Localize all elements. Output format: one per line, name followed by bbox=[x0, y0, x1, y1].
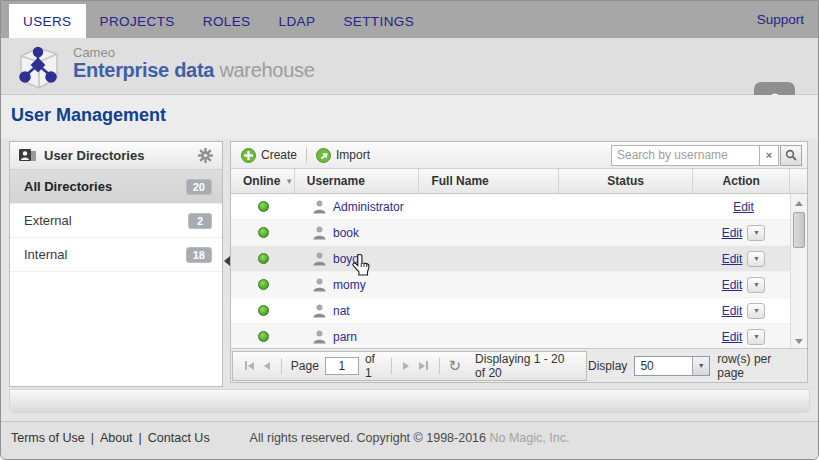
gear-icon[interactable] bbox=[198, 148, 213, 163]
content-bottom-strip bbox=[9, 389, 810, 413]
vertical-scrollbar[interactable] bbox=[790, 194, 807, 350]
display-label: Display bbox=[588, 359, 627, 373]
chevron-down-icon: ▼ bbox=[753, 281, 760, 288]
column-header-username[interactable]: Username bbox=[295, 169, 420, 193]
username-link[interactable]: parn bbox=[333, 330, 357, 344]
username-link[interactable]: book bbox=[333, 226, 359, 240]
user-icon bbox=[313, 226, 326, 240]
create-plus-icon bbox=[241, 148, 256, 163]
toolbar-separator bbox=[306, 147, 307, 163]
submit-search-button[interactable] bbox=[780, 145, 802, 166]
rows-per-page-select[interactable]: 50 ▼ bbox=[634, 356, 710, 376]
last-page-button[interactable] bbox=[417, 359, 430, 372]
table-row-momy[interactable]: momy Edit ▼ bbox=[231, 272, 807, 298]
import-label: Import bbox=[336, 148, 370, 162]
edit-link[interactable]: Edit bbox=[722, 226, 743, 240]
row-menu-button[interactable]: ▼ bbox=[747, 277, 765, 293]
terms-of-use-link[interactable]: Terms of Use bbox=[11, 431, 85, 445]
sort-caret-icon[interactable]: ▼ bbox=[285, 177, 293, 186]
username-link[interactable]: momy bbox=[333, 278, 366, 292]
edit-link[interactable]: Edit bbox=[722, 252, 743, 266]
table-row-administrator[interactable]: Administrator Edit bbox=[231, 194, 807, 220]
clear-icon: × bbox=[766, 149, 772, 161]
scrollbar-thumb[interactable] bbox=[793, 212, 805, 248]
prev-page-icon bbox=[264, 362, 270, 370]
contact-us-link[interactable]: Contact Us bbox=[148, 431, 210, 445]
column-header-action[interactable]: Action bbox=[693, 169, 790, 193]
rows-per-page-value: 50 bbox=[635, 357, 692, 375]
nav-tab-settings[interactable]: SETTINGS bbox=[329, 4, 428, 38]
import-arrow-icon bbox=[316, 148, 331, 163]
online-status-dot bbox=[258, 227, 269, 238]
pagination-bar: Page of 1 ↻ Displaying 1 - 20 of 20 Disp… bbox=[231, 348, 807, 382]
scroll-up-button[interactable] bbox=[791, 195, 807, 211]
title-bar: User Management bbox=[1, 95, 818, 139]
table-row-boyd[interactable]: boyd Edit ▼ bbox=[231, 246, 807, 272]
support-link[interactable]: Support bbox=[757, 1, 804, 38]
sidebar-item-label: Internal bbox=[24, 247, 67, 262]
user-icon bbox=[313, 304, 326, 318]
first-page-button[interactable] bbox=[243, 359, 256, 372]
sidebar-item-all-directories[interactable]: All Directories 20 bbox=[10, 170, 222, 204]
nav-tab-roles[interactable]: ROLES bbox=[189, 4, 265, 38]
sidebar-item-label: External bbox=[24, 213, 72, 228]
search-icon bbox=[785, 149, 797, 161]
username-search-input[interactable] bbox=[611, 145, 759, 166]
page-number-input[interactable] bbox=[325, 357, 359, 375]
paging-controls: Page of 1 ↻ Displaying 1 - 20 of 20 bbox=[232, 351, 587, 381]
edit-link[interactable]: Edit bbox=[722, 304, 743, 318]
sidebar-item-internal[interactable]: Internal 18 bbox=[10, 238, 222, 272]
username-search-group: × bbox=[611, 145, 802, 166]
chevron-down-icon: ▼ bbox=[753, 255, 760, 262]
chevron-down-icon: ▼ bbox=[753, 333, 760, 340]
table-body: Administrator Edit book Edit ▼ bbox=[231, 194, 807, 350]
triangle-up-icon bbox=[795, 201, 803, 206]
nav-tab-projects[interactable]: PROJECTS bbox=[86, 4, 189, 38]
scroll-down-button[interactable] bbox=[791, 333, 807, 349]
username-link[interactable]: boyd bbox=[333, 252, 359, 266]
chevron-down-icon: ▼ bbox=[753, 307, 760, 314]
row-menu-button[interactable]: ▼ bbox=[747, 225, 765, 241]
column-header-status[interactable]: Status bbox=[559, 169, 694, 193]
prev-page-button[interactable] bbox=[262, 360, 272, 372]
brand-name: Cameo Enterprise data warehouse bbox=[73, 46, 315, 81]
app-window: USERS PROJECTS ROLES LDAP SETTINGS Suppo… bbox=[0, 0, 819, 460]
copyright-text: All rights reserved. Copyright © 1998-20… bbox=[250, 431, 570, 445]
column-header-fullname[interactable]: Full Name bbox=[419, 169, 559, 193]
username-link[interactable]: nat bbox=[333, 304, 350, 318]
header-bar: Cameo Enterprise data warehouse ▾ ▾ bbox=[1, 38, 818, 95]
nav-tab-users[interactable]: USERS bbox=[9, 4, 86, 38]
next-page-button[interactable] bbox=[401, 360, 411, 372]
header-spacer bbox=[790, 169, 807, 193]
table-row-parn[interactable]: parn Edit ▼ bbox=[231, 324, 807, 350]
row-menu-button[interactable]: ▼ bbox=[747, 251, 765, 267]
nav-tab-ldap[interactable]: LDAP bbox=[265, 4, 330, 38]
sidebar-item-external[interactable]: External 2 bbox=[10, 204, 222, 238]
last-page-icon bbox=[419, 362, 425, 370]
page-label: Page bbox=[291, 359, 319, 373]
clear-search-button[interactable]: × bbox=[759, 145, 779, 166]
count-badge: 18 bbox=[186, 247, 212, 263]
edit-link[interactable]: Edit bbox=[722, 330, 743, 344]
username-link[interactable]: Administrator bbox=[333, 200, 404, 214]
create-label: Create bbox=[261, 148, 297, 162]
sidebar-item-label: All Directories bbox=[24, 179, 112, 194]
footer-links: Terms of Use | About | Contact Us bbox=[11, 431, 210, 445]
footer: Terms of Use | About | Contact Us All ri… bbox=[1, 421, 818, 459]
first-page-icon bbox=[248, 362, 254, 370]
row-menu-button[interactable]: ▼ bbox=[747, 303, 765, 319]
next-page-icon bbox=[403, 362, 409, 370]
edit-link[interactable]: Edit bbox=[722, 278, 743, 292]
edit-link[interactable]: Edit bbox=[733, 200, 754, 214]
refresh-icon[interactable]: ↻ bbox=[448, 358, 461, 373]
import-button[interactable]: Import bbox=[316, 148, 370, 163]
row-menu-button[interactable]: ▼ bbox=[747, 329, 765, 345]
table-row-book[interactable]: book Edit ▼ bbox=[231, 220, 807, 246]
create-button[interactable]: Create bbox=[241, 148, 297, 163]
chevron-down-icon: ▼ bbox=[753, 229, 760, 236]
column-header-online[interactable]: Online ▼ bbox=[231, 169, 295, 193]
about-link[interactable]: About bbox=[100, 431, 133, 445]
online-status-dot bbox=[258, 201, 269, 212]
table-row-nat[interactable]: nat Edit ▼ bbox=[231, 298, 807, 324]
count-badge: 2 bbox=[188, 213, 212, 229]
